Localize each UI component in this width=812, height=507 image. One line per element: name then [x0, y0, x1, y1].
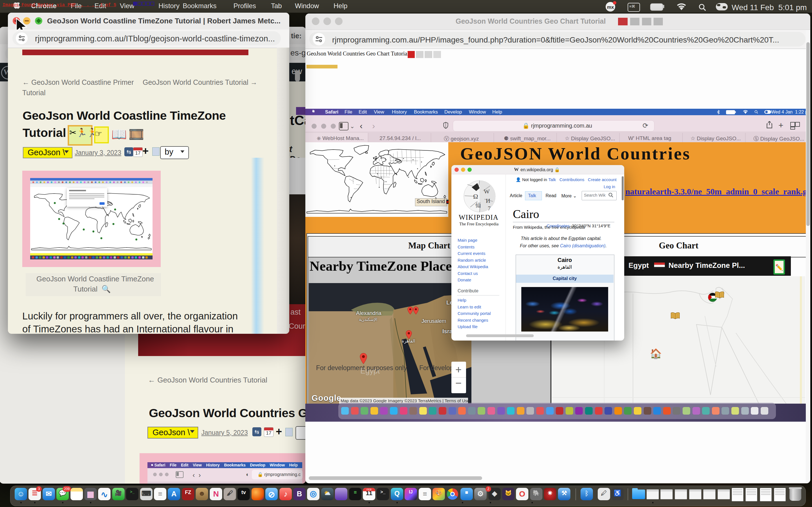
svg-text:И: И [486, 197, 490, 204]
svg-text:Ω: Ω [473, 193, 478, 200]
svg-text:7: 7 [488, 205, 491, 212]
svg-text:仙: 仙 [475, 202, 481, 208]
svg-text:W: W [484, 188, 490, 195]
